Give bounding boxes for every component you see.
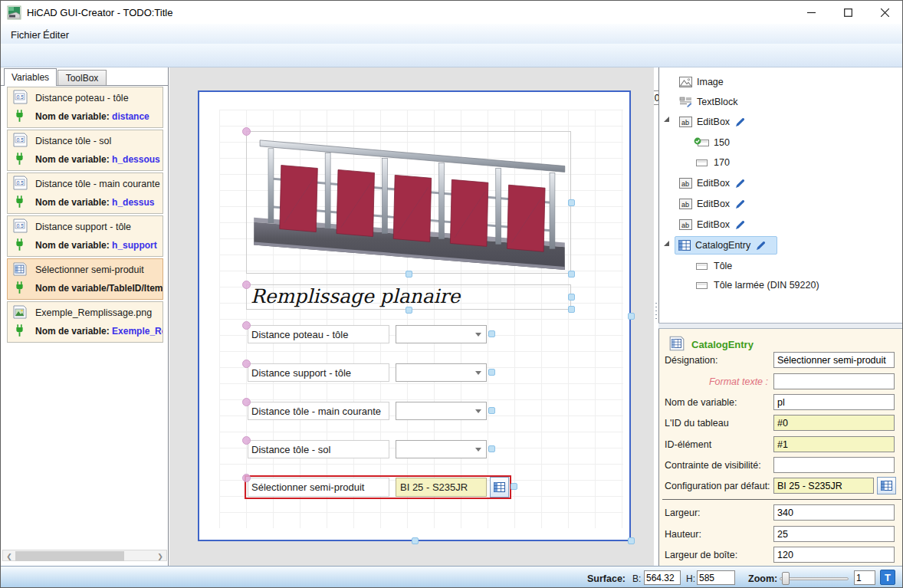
menu-editer[interactable]: Éditer [39, 28, 73, 42]
variable-meta-value: h_dessous [112, 154, 160, 165]
variable-item[interactable]: 0.5 Distance support - tôle Nom de varia… [7, 215, 163, 257]
form-row-combobox[interactable] [396, 325, 487, 343]
form-row-label[interactable]: Distance tôle - main courante [248, 402, 389, 420]
tab-variables[interactable]: Variables [4, 68, 57, 86]
surface-b-input[interactable] [644, 570, 681, 585]
variable-title: Distance tôle - sol [35, 136, 111, 146]
tree-item-catalogentry-selected[interactable]: CatalogEntry [675, 236, 777, 255]
form-row-label[interactable]: Distance poteau - tôle [248, 325, 389, 343]
resize-handle[interactable] [568, 199, 575, 206]
anchor-handle[interactable] [242, 360, 251, 368]
variable-meta-value: Exemple_Remp [112, 326, 163, 337]
image-file-icon [12, 305, 28, 319]
form-row-combobox[interactable] [396, 440, 487, 458]
form-row-combobox[interactable] [396, 363, 487, 382]
resize-handle[interactable] [488, 407, 495, 414]
minimize-button[interactable] [793, 1, 829, 24]
variable-item[interactable]: Exemple_Remplissage.png Nom de variable:… [7, 301, 163, 343]
form-row-label[interactable]: Distance tôle - sol [248, 440, 389, 458]
tab-toolbox[interactable]: ToolBox [57, 70, 107, 86]
text-mode-button[interactable]: T [880, 570, 895, 585]
tree-item-editbox[interactable]: ab EditBox [679, 215, 901, 234]
scroll-left-arrow-icon[interactable]: ❮ [4, 551, 15, 561]
hscrollbar-thumb[interactable] [15, 551, 124, 561]
form-page[interactable]: Remplissage planaire Distance poteau - t… [198, 90, 631, 541]
form-row-combobox[interactable] [396, 402, 487, 420]
close-button[interactable] [867, 1, 902, 24]
surface-label: Surface: [587, 573, 626, 584]
designation-input[interactable] [773, 352, 895, 368]
value-default-check-icon [694, 137, 709, 148]
scroll-right-arrow-icon[interactable]: ❯ [155, 551, 166, 561]
hauteur-input[interactable] [773, 526, 895, 542]
resize-handle[interactable] [568, 271, 575, 278]
largeur-boite-input[interactable] [773, 547, 895, 563]
design-canvas[interactable]: Remplissage planaire Distance poteau - t… [169, 67, 654, 566]
nom-variable-input[interactable] [773, 394, 895, 410]
resize-handle[interactable] [488, 369, 495, 376]
tree-item-label: CatalogEntry [695, 240, 750, 251]
surface-h-input[interactable] [697, 570, 735, 585]
resize-handle[interactable] [628, 537, 635, 544]
resize-handle[interactable] [412, 537, 419, 544]
table-id-input[interactable] [773, 415, 895, 431]
edit-pencil-icon[interactable] [735, 117, 745, 127]
form-image-element[interactable] [246, 131, 571, 274]
tab-variables-label: Variables [11, 72, 49, 83]
tree-expander-icon[interactable] [664, 117, 669, 122]
anchor-handle[interactable] [242, 436, 251, 445]
format-texte-input[interactable] [773, 373, 895, 389]
edit-pencil-icon[interactable] [735, 199, 745, 209]
toolbar: Grille : DX: DY: Offset: [1, 44, 903, 67]
tree-item-value-170[interactable]: 170 [694, 153, 901, 172]
variable-meta-label: Nom de variable/TableID/ItemID [35, 283, 163, 294]
tree-item-value-150[interactable]: 150 [694, 133, 901, 152]
variable-meta-label: Nom de variable: [35, 326, 110, 337]
config-default-input[interactable] [773, 478, 874, 494]
variable-item[interactable]: 0.5 Distance tôle - main courante Nom de… [7, 172, 163, 214]
variable-item-selected[interactable]: Sélectionner semi-produit Nom de variabl… [7, 258, 163, 300]
resize-handle[interactable] [406, 271, 412, 278]
anchor-handle[interactable] [242, 474, 251, 482]
edit-pencil-icon[interactable] [735, 220, 745, 230]
resize-handle[interactable] [511, 483, 517, 490]
anchor-handle[interactable] [242, 321, 251, 330]
resize-handle[interactable] [628, 313, 635, 320]
zoom-slider[interactable] [780, 577, 849, 580]
anchor-handle[interactable] [242, 281, 251, 289]
resize-handle[interactable] [488, 330, 495, 337]
largeur-input[interactable] [773, 504, 895, 521]
tree-item-editbox[interactable]: ab EditBox [679, 195, 901, 213]
variable-icon: 0.5 [11, 176, 28, 191]
anchor-handle[interactable] [242, 398, 251, 406]
largeur-boite-label: Largeur de boîte: [665, 547, 737, 563]
tree-item-image[interactable]: Image [679, 73, 901, 91]
tree-expander-icon[interactable] [664, 241, 669, 246]
tree-item-tole[interactable]: Tôle [694, 257, 901, 275]
maximize-button[interactable] [830, 1, 865, 24]
anchor-handle[interactable] [242, 127, 251, 136]
resize-handle[interactable] [488, 445, 495, 452]
tree-item-editbox[interactable]: ab EditBox [679, 113, 901, 131]
config-catalog-button[interactable] [877, 477, 896, 494]
tree-item-textblock[interactable]: TextBlock [679, 93, 901, 111]
form-row-label-text: Distance tôle - main courante [251, 406, 381, 417]
tree-item-tole-larmee[interactable]: Tôle larmée (DIN 59220) [694, 276, 901, 294]
variable-item[interactable]: 0.5 Distance tôle - sol Nom de variable:… [7, 130, 163, 171]
tree-item-editbox[interactable]: ab EditBox [679, 174, 901, 192]
zoom-slider-thumb[interactable] [782, 572, 790, 585]
right-panel-splitter[interactable] [658, 323, 903, 329]
visibility-input[interactable] [773, 457, 895, 473]
resize-handle[interactable] [568, 294, 575, 301]
resize-handle[interactable] [568, 306, 575, 313]
item-id-input[interactable] [773, 436, 895, 452]
properties-divider [662, 499, 901, 500]
resize-handle[interactable] [406, 307, 412, 314]
zoom-input[interactable] [854, 570, 875, 585]
form-row-label[interactable]: Distance support - tôle [248, 363, 389, 382]
edit-pencil-icon[interactable] [735, 179, 745, 189]
right-splitter[interactable] [655, 301, 658, 321]
variable-item[interactable]: 0.5 Distance poteau - tôle Nom de variab… [7, 87, 163, 128]
edit-pencil-icon[interactable] [756, 241, 766, 251]
left-panel-hscrollbar[interactable]: ❮ ❯ [2, 550, 167, 561]
